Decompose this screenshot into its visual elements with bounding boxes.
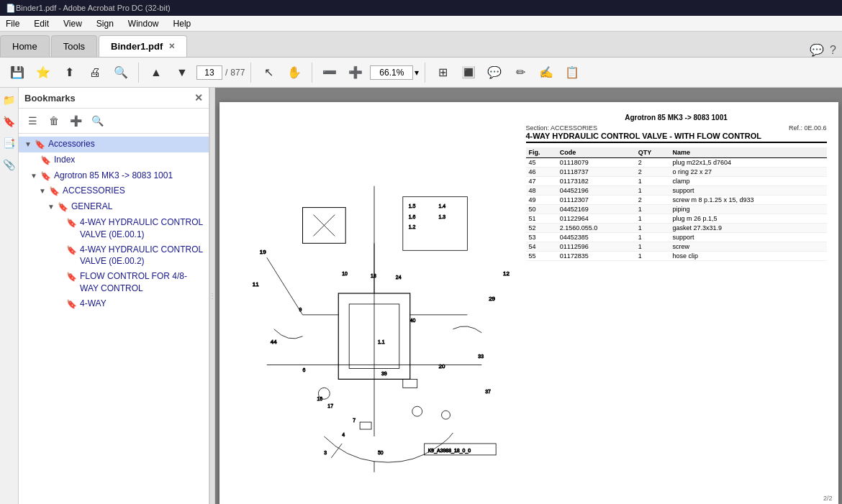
bookmark-icon: 🔖 — [66, 244, 77, 257]
bookmark-label: Index — [54, 154, 75, 166]
help-icon[interactable]: ? — [830, 44, 836, 57]
left-icon-attach[interactable]: 📎 — [1, 157, 17, 173]
page-total: 877 — [230, 68, 245, 78]
pdf-ref: Ref.: 0E.00.6 — [789, 124, 827, 132]
pen-button[interactable]: ✏ — [509, 61, 532, 84]
table-row: 49011123072screw m 8 p.1.25 x 15, d933 — [526, 196, 827, 205]
cell-name: gasket 27.3x31.9 — [669, 224, 826, 233]
bookmark-index[interactable]: 🔖 Index — [19, 152, 209, 168]
bookmark-label: 4-WAY — [80, 298, 107, 310]
share-button[interactable]: ⬆ — [58, 61, 81, 84]
bookmark-icon: 🔖 — [66, 217, 77, 229]
svg-text:44: 44 — [270, 339, 276, 345]
bookmark-general[interactable]: ▼ 🔖 GENERAL — [19, 199, 209, 215]
tab-tools[interactable]: Tools — [51, 35, 97, 57]
marquee-zoom-button[interactable]: 🔳 — [457, 61, 480, 84]
bookmark-valve1[interactable]: 🔖 4-WAY HYDRAULIC CONTROL VALVE (0E.00.1… — [19, 215, 209, 242]
menu-file[interactable]: File — [3, 17, 22, 30]
zoom-level[interactable]: 66.1% — [370, 65, 413, 80]
prev-page-button[interactable]: ▲ — [145, 61, 168, 84]
svg-text:33: 33 — [478, 354, 484, 359]
table-row: 50044521691piping — [526, 205, 827, 214]
chat-icon[interactable]: 💬 — [810, 43, 824, 57]
menu-help[interactable]: Help — [171, 17, 194, 30]
title-text: Binder1.pdf - Adobe Acrobat Pro DC (32-b… — [16, 4, 171, 12]
svg-text:1.1: 1.1 — [377, 339, 384, 344]
fit-page-button[interactable]: ⊞ — [431, 61, 454, 84]
bookmark-icon: 🔖 — [49, 185, 60, 198]
menu-sign[interactable]: Sign — [94, 17, 117, 30]
cell-qty: 1 — [635, 186, 670, 196]
bookmark-label: 4-WAY HYDRAULIC CONTROL VALVE (0E.00.2) — [80, 244, 203, 268]
expand-all-button[interactable]: ☰ — [23, 111, 42, 130]
menu-edit[interactable]: Edit — [31, 17, 52, 30]
cell-qty: 2 — [635, 196, 670, 205]
left-icon-bookmarks[interactable]: 🔖 — [1, 114, 17, 129]
more-tools-button[interactable]: 📋 — [561, 61, 584, 84]
svg-line-47 — [331, 444, 342, 458]
svg-text:12: 12 — [503, 270, 510, 277]
find-button[interactable]: 🔍 — [109, 61, 132, 84]
add-bookmark-button[interactable]: ➕ — [66, 111, 85, 130]
next-page-button[interactable]: ▼ — [171, 61, 194, 84]
pdf-section: Section: ACCESSORIES — [526, 124, 598, 132]
chevron-icon: ▼ — [39, 186, 46, 196]
cell-fig: 55 — [526, 252, 557, 261]
tab-binder-label: Binder1.pdf — [111, 41, 163, 52]
tab-binder[interactable]: Binder1.pdf ✕ — [99, 35, 187, 57]
bookmark-4way[interactable]: 🔖 4-WAY — [19, 296, 209, 312]
delete-bookmark-button[interactable]: 🗑 — [45, 111, 63, 130]
tab-home[interactable]: Home — [0, 35, 50, 57]
svg-text:19: 19 — [259, 249, 266, 255]
cell-name: plug m 26 p.1,5 — [669, 214, 826, 224]
cell-fig: 54 — [526, 242, 557, 252]
title-bar: 📄 Binder1.pdf - Adobe Acrobat Pro DC (32… — [0, 0, 842, 16]
cell-fig: 46 — [526, 168, 557, 177]
pdf-page: 19 11 29 20 44 12 — [219, 102, 838, 504]
svg-text:11: 11 — [252, 281, 258, 288]
bookmark-accessories2[interactable]: ▼ 🔖 ACCESSORIES — [19, 183, 209, 199]
bookmark-accessories[interactable]: ▼ 🔖 Accessories — [19, 137, 209, 152]
menu-view[interactable]: View — [60, 17, 85, 30]
print-button[interactable]: 🖨 — [83, 61, 107, 84]
sidebar-close-button[interactable]: ✕ — [194, 92, 203, 104]
left-icon-files[interactable]: 📁 — [1, 92, 17, 108]
cell-name: piping — [669, 205, 826, 214]
svg-text:1.4: 1.4 — [438, 203, 445, 209]
cell-qty: 1 — [635, 177, 670, 186]
bookmark-button[interactable]: ⭐ — [32, 61, 55, 84]
bookmark-icon: 🔖 — [66, 271, 77, 283]
chevron-icon: ▼ — [30, 171, 37, 181]
table-row: 51011229641plug m 26 p.1,5 — [526, 214, 827, 224]
zoom-out-button[interactable]: ➖ — [318, 61, 341, 84]
cursor-tool-button[interactable]: ↖ — [257, 61, 280, 84]
cell-name: screw — [669, 242, 826, 252]
bookmark-agrotron[interactable]: ▼ 🔖 Agrotron 85 MK3 -> 8083 1001 — [19, 168, 209, 184]
toolbar: 💾 ⭐ ⬆ 🖨 🔍 ▲ ▼ 13 / 877 ↖ ✋ ➖ ➕ 66.1% ▾ ⊞… — [0, 58, 842, 88]
svg-text:17: 17 — [327, 403, 333, 408]
pdf-table-section: Agrotron 85 MK3 -> 8083 1001 Section: AC… — [517, 114, 827, 493]
comment-button[interactable]: 💬 — [483, 61, 506, 84]
close-tab-button[interactable]: ✕ — [168, 42, 175, 51]
page-number-input[interactable]: 13 — [196, 65, 222, 80]
table-header-row: Fig. Code QTY Name — [526, 147, 827, 158]
sign-button[interactable]: ✍ — [535, 61, 558, 84]
pdf-viewer[interactable]: 19 11 29 20 44 12 — [215, 88, 842, 504]
table-row: 55011728351hose clip — [526, 252, 827, 261]
cell-qty: 1 — [635, 252, 670, 261]
sidebar-toolbar: ☰ 🗑 ➕ 🔍 — [19, 109, 209, 134]
zoom-dropdown-icon[interactable]: ▾ — [415, 68, 419, 78]
bookmark-flow-control[interactable]: 🔖 FLOW CONTROL FOR 4/8-WAY CONTROL — [19, 269, 209, 296]
svg-text:1.5: 1.5 — [408, 203, 415, 209]
left-icon-pages[interactable]: 📑 — [1, 135, 17, 151]
svg-text:1.6: 1.6 — [408, 214, 415, 219]
save-button[interactable]: 💾 — [6, 61, 29, 84]
hand-tool-button[interactable]: ✋ — [283, 61, 306, 84]
sidebar-resize-handle[interactable]: ⋮ — [209, 88, 215, 504]
find-bookmark-button[interactable]: 🔍 — [88, 111, 107, 130]
zoom-in-button[interactable]: ➕ — [344, 61, 367, 84]
cell-qty: 2 — [635, 168, 670, 177]
pdf-title-section: Agrotron 85 MK3 -> 8083 1001 Section: AC… — [526, 114, 827, 143]
bookmark-valve2[interactable]: 🔖 4-WAY HYDRAULIC CONTROL VALVE (0E.00.2… — [19, 242, 209, 270]
menu-window[interactable]: Window — [125, 17, 162, 30]
